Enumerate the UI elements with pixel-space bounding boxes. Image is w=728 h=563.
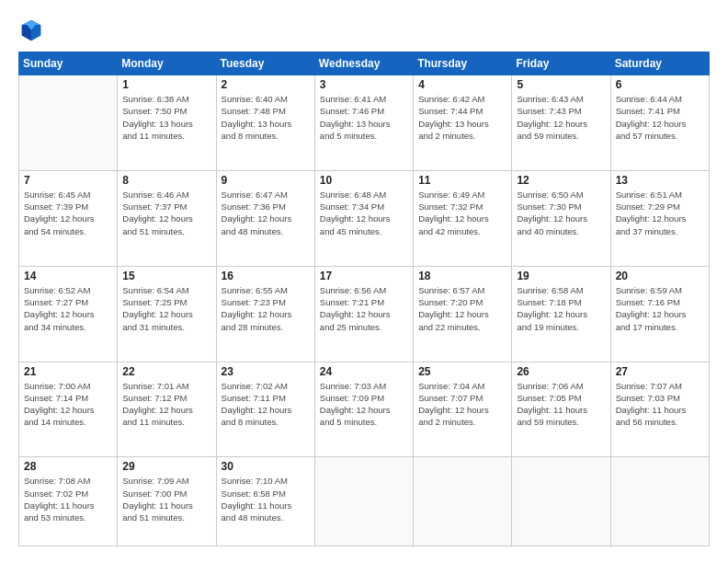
weekday-header-thursday: Thursday [414, 52, 512, 75]
calendar-cell: 29Sunrise: 7:09 AMSunset: 7:00 PMDayligh… [118, 457, 216, 546]
calendar-week-row: 1Sunrise: 6:38 AMSunset: 7:50 PMDaylight… [19, 75, 710, 171]
day-number: 24 [320, 365, 408, 378]
calendar-week-row: 28Sunrise: 7:08 AMSunset: 7:02 PMDayligh… [19, 457, 710, 546]
calendar-cell: 23Sunrise: 7:02 AMSunset: 7:11 PMDayligh… [216, 362, 314, 457]
calendar-cell: 10Sunrise: 6:48 AMSunset: 7:34 PMDayligh… [314, 170, 413, 266]
calendar-cell [314, 457, 413, 546]
calendar-cell: 2Sunrise: 6:40 AMSunset: 7:48 PMDaylight… [216, 75, 314, 171]
logo [18, 17, 48, 42]
day-number: 11 [418, 174, 506, 187]
calendar-cell [19, 75, 118, 171]
day-info: Sunrise: 6:42 AMSunset: 7:44 PMDaylight:… [418, 93, 506, 142]
calendar-week-row: 7Sunrise: 6:45 AMSunset: 7:39 PMDaylight… [19, 170, 710, 266]
day-info: Sunrise: 7:07 AMSunset: 7:03 PMDaylight:… [616, 380, 704, 429]
page: SundayMondayTuesdayWednesdayThursdayFrid… [0, 0, 728, 563]
day-number: 18 [418, 270, 506, 282]
calendar-cell: 6Sunrise: 6:44 AMSunset: 7:41 PMDaylight… [610, 75, 709, 171]
day-number: 29 [122, 460, 210, 473]
day-number: 17 [320, 270, 408, 282]
day-info: Sunrise: 6:58 AMSunset: 7:18 PMDaylight:… [517, 284, 605, 333]
day-info: Sunrise: 6:55 AMSunset: 7:23 PMDaylight:… [222, 284, 310, 333]
day-number: 8 [122, 174, 210, 187]
day-number: 12 [517, 174, 605, 187]
calendar-cell: 7Sunrise: 6:45 AMSunset: 7:39 PMDaylight… [19, 170, 118, 266]
day-number: 20 [616, 270, 704, 282]
calendar-cell: 12Sunrise: 6:50 AMSunset: 7:30 PMDayligh… [512, 170, 610, 266]
day-number: 30 [222, 460, 310, 473]
day-info: Sunrise: 7:01 AMSunset: 7:12 PMDaylight:… [122, 380, 210, 429]
calendar-cell: 24Sunrise: 7:03 AMSunset: 7:09 PMDayligh… [314, 362, 413, 457]
day-info: Sunrise: 6:49 AMSunset: 7:32 PMDaylight:… [418, 189, 506, 237]
day-number: 21 [24, 365, 112, 378]
calendar-cell: 22Sunrise: 7:01 AMSunset: 7:12 PMDayligh… [118, 362, 216, 457]
day-info: Sunrise: 6:51 AMSunset: 7:29 PMDaylight:… [616, 189, 704, 237]
calendar-cell: 4Sunrise: 6:42 AMSunset: 7:44 PMDaylight… [414, 75, 512, 171]
day-info: Sunrise: 6:56 AMSunset: 7:21 PMDaylight:… [320, 284, 408, 333]
calendar-cell: 30Sunrise: 7:10 AMSunset: 6:58 PMDayligh… [216, 457, 314, 546]
day-number: 13 [616, 174, 704, 187]
day-number: 3 [320, 78, 408, 91]
header [18, 17, 710, 42]
calendar-cell: 16Sunrise: 6:55 AMSunset: 7:23 PMDayligh… [216, 266, 314, 362]
calendar-cell: 28Sunrise: 7:08 AMSunset: 7:02 PMDayligh… [19, 457, 118, 546]
calendar-cell [512, 457, 610, 546]
day-number: 28 [24, 460, 112, 473]
weekday-header-wednesday: Wednesday [314, 52, 413, 75]
day-number: 25 [418, 365, 506, 378]
day-info: Sunrise: 7:00 AMSunset: 7:14 PMDaylight:… [24, 380, 112, 429]
day-info: Sunrise: 6:43 AMSunset: 7:43 PMDaylight:… [517, 93, 605, 142]
day-number: 9 [222, 174, 310, 187]
weekday-header-monday: Monday [118, 52, 216, 75]
calendar-week-row: 21Sunrise: 7:00 AMSunset: 7:14 PMDayligh… [19, 362, 710, 457]
day-number: 27 [616, 365, 704, 378]
calendar-cell: 26Sunrise: 7:06 AMSunset: 7:05 PMDayligh… [512, 362, 610, 457]
calendar-cell: 5Sunrise: 6:43 AMSunset: 7:43 PMDaylight… [512, 75, 610, 171]
day-number: 16 [222, 270, 310, 282]
calendar-cell: 13Sunrise: 6:51 AMSunset: 7:29 PMDayligh… [610, 170, 709, 266]
day-info: Sunrise: 6:57 AMSunset: 7:20 PMDaylight:… [418, 284, 506, 333]
day-number: 4 [418, 78, 506, 91]
calendar-cell: 19Sunrise: 6:58 AMSunset: 7:18 PMDayligh… [512, 266, 610, 362]
day-info: Sunrise: 7:08 AMSunset: 7:02 PMDaylight:… [24, 475, 112, 523]
day-info: Sunrise: 7:03 AMSunset: 7:09 PMDaylight:… [320, 380, 408, 429]
calendar-cell [414, 457, 512, 546]
calendar-cell: 21Sunrise: 7:00 AMSunset: 7:14 PMDayligh… [19, 362, 118, 457]
calendar: SundayMondayTuesdayWednesdayThursdayFrid… [18, 52, 710, 546]
day-number: 1 [122, 78, 210, 91]
day-info: Sunrise: 6:45 AMSunset: 7:39 PMDaylight:… [24, 189, 112, 237]
day-number: 5 [517, 78, 605, 91]
day-info: Sunrise: 6:52 AMSunset: 7:27 PMDaylight:… [24, 284, 112, 333]
day-info: Sunrise: 7:10 AMSunset: 6:58 PMDaylight:… [222, 475, 310, 523]
day-info: Sunrise: 7:04 AMSunset: 7:07 PMDaylight:… [418, 380, 506, 429]
calendar-cell: 8Sunrise: 6:46 AMSunset: 7:37 PMDaylight… [118, 170, 216, 266]
weekday-header-tuesday: Tuesday [216, 52, 314, 75]
day-number: 6 [616, 78, 704, 91]
calendar-cell: 27Sunrise: 7:07 AMSunset: 7:03 PMDayligh… [610, 362, 709, 457]
day-info: Sunrise: 6:38 AMSunset: 7:50 PMDaylight:… [122, 93, 210, 142]
calendar-cell: 9Sunrise: 6:47 AMSunset: 7:36 PMDaylight… [216, 170, 314, 266]
day-info: Sunrise: 7:06 AMSunset: 7:05 PMDaylight:… [517, 380, 605, 429]
day-number: 10 [320, 174, 408, 187]
calendar-cell [610, 457, 709, 546]
day-info: Sunrise: 7:02 AMSunset: 7:11 PMDaylight:… [222, 380, 310, 429]
day-info: Sunrise: 6:44 AMSunset: 7:41 PMDaylight:… [616, 93, 704, 142]
calendar-cell: 25Sunrise: 7:04 AMSunset: 7:07 PMDayligh… [414, 362, 512, 457]
calendar-cell: 15Sunrise: 6:54 AMSunset: 7:25 PMDayligh… [118, 266, 216, 362]
day-info: Sunrise: 6:54 AMSunset: 7:25 PMDaylight:… [122, 284, 210, 333]
day-info: Sunrise: 6:40 AMSunset: 7:48 PMDaylight:… [222, 93, 310, 142]
calendar-cell: 20Sunrise: 6:59 AMSunset: 7:16 PMDayligh… [610, 266, 709, 362]
day-number: 22 [122, 365, 210, 378]
day-number: 7 [24, 174, 112, 187]
day-info: Sunrise: 6:46 AMSunset: 7:37 PMDaylight:… [122, 189, 210, 237]
calendar-cell: 18Sunrise: 6:57 AMSunset: 7:20 PMDayligh… [414, 266, 512, 362]
day-info: Sunrise: 6:47 AMSunset: 7:36 PMDaylight:… [222, 189, 310, 237]
day-number: 23 [222, 365, 310, 378]
day-number: 14 [24, 270, 112, 282]
calendar-cell: 14Sunrise: 6:52 AMSunset: 7:27 PMDayligh… [19, 266, 118, 362]
day-info: Sunrise: 6:59 AMSunset: 7:16 PMDaylight:… [616, 284, 704, 333]
weekday-header-saturday: Saturday [610, 52, 709, 75]
day-info: Sunrise: 6:48 AMSunset: 7:34 PMDaylight:… [320, 189, 408, 237]
weekday-header-row: SundayMondayTuesdayWednesdayThursdayFrid… [19, 52, 710, 75]
day-number: 2 [222, 78, 310, 91]
weekday-header-sunday: Sunday [19, 52, 118, 75]
